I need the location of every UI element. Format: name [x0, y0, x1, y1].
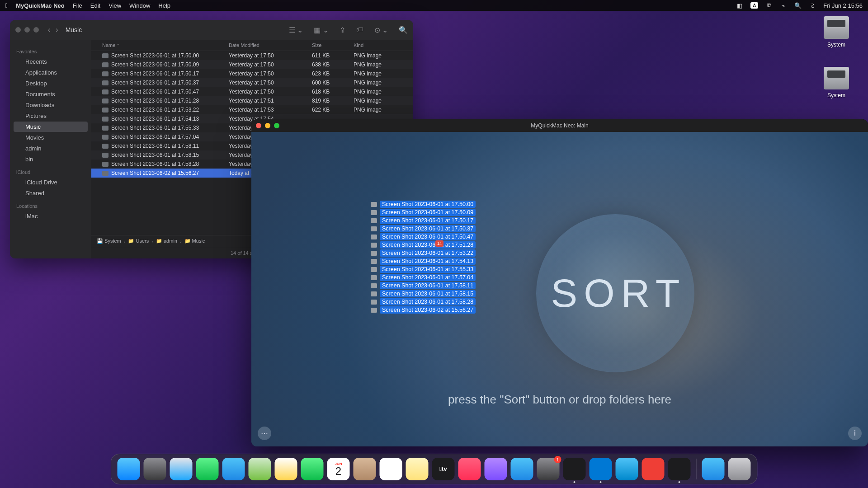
col-date[interactable]: Date Modified	[229, 42, 312, 48]
minimize-icon[interactable]	[24, 27, 30, 33]
dock-telegram-icon[interactable]	[616, 458, 638, 480]
sidebar-item-documents[interactable]: Documents	[14, 89, 88, 99]
close-icon[interactable]	[15, 27, 21, 33]
dock-facetime-icon[interactable]	[301, 458, 324, 480]
path-segment[interactable]: 💾 System	[97, 238, 121, 244]
sidebar-item-admin[interactable]: admin	[14, 143, 88, 154]
menu-view[interactable]: View	[108, 2, 121, 9]
sidebar-item-icloud-drive[interactable]: iCloud Drive	[14, 177, 88, 188]
dock-appstore-icon[interactable]	[511, 458, 533, 480]
sidebar-item-imac[interactable]: iMac	[14, 211, 88, 221]
file-date: Yesterday at 17:53	[229, 107, 312, 113]
col-kind[interactable]: Kind	[354, 42, 409, 48]
dock-screenrec-icon[interactable]	[668, 458, 691, 480]
dock-contacts-icon[interactable]	[354, 458, 376, 480]
control-center-icon[interactable]: ⫔	[809, 2, 816, 9]
dock-tv-icon[interactable]: tv	[432, 458, 455, 480]
sidebar-item-shared[interactable]: Shared	[14, 188, 88, 198]
running-indicator	[679, 481, 680, 483]
dock-podcasts-icon[interactable]	[485, 458, 507, 480]
table-row[interactable]: Screen Shot 2023-06-01 at 17.50.17Yester…	[91, 69, 413, 78]
file-date: Yesterday at 17:50	[229, 52, 312, 59]
table-row[interactable]: Screen Shot 2023-06-01 at 17.50.47Yester…	[91, 87, 413, 96]
app-window-title: MyQuickMac Neo: Main	[251, 122, 868, 129]
path-segment[interactable]: 📁 Users	[128, 238, 149, 244]
table-row[interactable]: Screen Shot 2023-06-01 at 17.50.00Yester…	[91, 51, 413, 60]
drop-zone[interactable]: SORT press the "Sort" button or drop fol…	[251, 132, 868, 446]
dock-maps-icon[interactable]	[249, 458, 271, 480]
dock-finder-icon[interactable]	[118, 458, 140, 480]
battery-icon[interactable]: ⌁	[780, 2, 787, 9]
dock-terminal-icon[interactable]	[563, 458, 586, 480]
table-row[interactable]: Screen Shot 2023-06-01 at 17.50.09Yester…	[91, 60, 413, 69]
menu-file[interactable]: File	[73, 2, 82, 9]
clock[interactable]: Fri Jun 2 15:56	[823, 2, 863, 9]
back-icon[interactable]: ‹	[48, 26, 50, 34]
more-icon[interactable]: ⋯	[258, 427, 271, 440]
app-name[interactable]: MyQuickMac Neo	[16, 2, 65, 9]
dock-downloads-icon[interactable]	[702, 458, 725, 480]
sidebar-item-movies[interactable]: Movies	[14, 132, 88, 143]
table-row[interactable]: Screen Shot 2023-06-01 at 17.53.22Yester…	[91, 105, 413, 114]
spotlight-icon[interactable]: 🔍	[794, 2, 802, 9]
disk-icon	[824, 16, 849, 39]
desktop-drive[interactable]: System	[818, 67, 854, 99]
dock-vscode-icon[interactable]	[590, 458, 612, 480]
path-segment[interactable]: 📁 Music	[184, 238, 205, 244]
forward-icon[interactable]: ›	[56, 26, 58, 34]
dock-safari-icon[interactable]	[170, 458, 193, 480]
menu-extra-icon[interactable]: ◧	[736, 2, 743, 9]
input-source-icon[interactable]: A	[750, 2, 758, 9]
dock-mail-icon[interactable]	[222, 458, 245, 480]
dock-reminders-icon[interactable]	[380, 458, 402, 480]
stage-manager-icon[interactable]: ⧉	[765, 2, 773, 9]
dock-messages-icon[interactable]	[196, 458, 219, 480]
sort-button[interactable]: SORT	[536, 214, 694, 372]
col-size[interactable]: Size	[312, 42, 354, 48]
sort-button-label: SORT	[551, 270, 686, 316]
desktop-drive[interactable]: System	[818, 16, 854, 48]
col-name[interactable]: Name˄	[102, 42, 229, 48]
sidebar-section-head: Favorites	[10, 44, 91, 56]
zoom-icon[interactable]	[33, 27, 39, 33]
sidebar-item-desktop[interactable]: Desktop	[14, 78, 88, 89]
dock-launchpad-icon[interactable]	[144, 458, 166, 480]
menubar-left:  MyQuickMac Neo File Edit View Window H…	[5, 2, 170, 9]
sidebar-item-applications[interactable]: Applications	[14, 67, 88, 78]
table-row[interactable]: Screen Shot 2023-06-01 at 17.51.28Yester…	[91, 96, 413, 105]
table-row[interactable]: Screen Shot 2023-06-01 at 17.50.37Yester…	[91, 78, 413, 87]
path-segment[interactable]: 📁 admin	[156, 238, 177, 244]
chevron-right-icon: ›	[180, 239, 182, 244]
dock-notes-icon[interactable]	[406, 458, 429, 480]
group-icon[interactable]: ▦ ⌄	[314, 26, 328, 34]
dragged-file: Screen Shot 2023-06-01 at 17.50.37	[371, 225, 476, 232]
sidebar-item-pictures[interactable]: Pictures	[14, 111, 88, 121]
dock-trash-icon[interactable]	[728, 458, 751, 480]
menu-window[interactable]: Window	[129, 2, 150, 9]
search-icon[interactable]: 🔍	[399, 26, 408, 34]
menu-help[interactable]: Help	[158, 2, 170, 9]
dock-calendar-icon[interactable]: JUN2	[327, 458, 350, 480]
sidebar-item-bin[interactable]: bin	[14, 154, 88, 164]
action-icon[interactable]: ⊙ ⌄	[374, 26, 388, 34]
share-icon[interactable]: ⇪	[340, 26, 345, 34]
apple-menu-icon[interactable]: 	[5, 2, 8, 9]
dock-settings-icon[interactable]: 1	[537, 458, 560, 480]
info-icon[interactable]: i	[848, 427, 862, 440]
dragged-file-label: Screen Shot 2023-06-01 at 17.51.28	[380, 241, 476, 249]
myquickmac-window[interactable]: MyQuickMac Neo: Main SORT press the "Sor…	[251, 119, 868, 446]
sidebar-item-recents[interactable]: Recents	[14, 56, 88, 67]
view-list-icon[interactable]: ☰ ⌄	[289, 26, 303, 34]
sidebar-item-downloads[interactable]: Downloads	[14, 100, 88, 110]
menu-edit[interactable]: Edit	[90, 2, 100, 9]
dragged-file: Screen Shot 2023-06-01 at 17.50.17	[371, 217, 476, 224]
file-thumb-icon	[102, 89, 108, 94]
file-thumb-icon	[102, 99, 108, 103]
file-thumb-icon	[102, 144, 108, 149]
column-headers: Name˄ Date Modified Size Kind	[91, 40, 413, 51]
sidebar-item-music[interactable]: Music	[14, 122, 88, 132]
dock-photos-icon[interactable]	[275, 458, 297, 480]
dock-anydesk-icon[interactable]	[642, 458, 665, 480]
tags-icon[interactable]: 🏷	[356, 26, 363, 34]
dock-music-icon[interactable]	[458, 458, 481, 480]
